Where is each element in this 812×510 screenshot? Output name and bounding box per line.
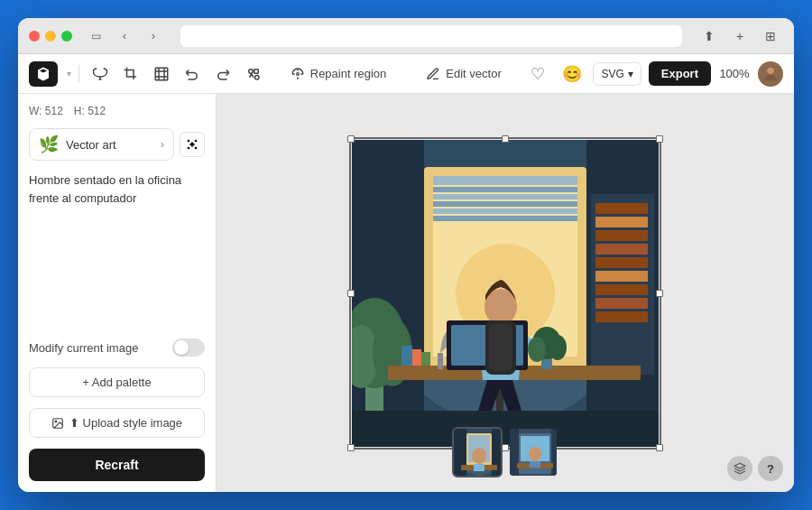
emoji-btn[interactable]: 😊: [558, 60, 586, 88]
edit-vector-icon: [426, 67, 440, 81]
share-btn[interactable]: ⬆: [697, 26, 722, 46]
add-palette-btn[interactable]: + Add palette: [29, 367, 205, 397]
main-content: W: 512 H: 512 🌿 Vector art › Hombre s: [18, 94, 794, 492]
svg-rect-32: [595, 271, 648, 282]
svg-rect-2: [254, 69, 259, 73]
logo-dropdown-arrow[interactable]: ▾: [67, 69, 71, 79]
help-btn[interactable]: ?: [758, 456, 783, 481]
edit-vector-btn[interactable]: Edit vector: [415, 61, 512, 87]
svg-rect-31: [595, 257, 648, 268]
svg-rect-30: [595, 244, 648, 255]
layers-btn[interactable]: [727, 456, 752, 481]
sidebar: W: 512 H: 512 🌿 Vector art › Hombre s: [18, 94, 217, 492]
spacer: [29, 218, 205, 328]
svg-point-4: [296, 72, 299, 75]
layers-icon: [734, 462, 746, 475]
format-dropdown[interactable]: SVG ▾: [593, 62, 641, 86]
office-svg: [352, 140, 659, 447]
svg-rect-54: [489, 324, 512, 371]
canvas-image[interactable]: [352, 140, 659, 447]
sidebar-toggle-btn[interactable]: ▭: [83, 26, 108, 46]
export-button[interactable]: Export: [649, 61, 711, 86]
style-icon: 🌿: [39, 134, 59, 154]
bottom-right-icons: ?: [727, 456, 783, 481]
svg-point-12: [55, 421, 57, 422]
thumbnail-1-image: [454, 429, 503, 478]
svg-rect-67: [474, 464, 484, 471]
modify-row: Modify current image: [29, 338, 205, 357]
repaint-region-btn[interactable]: Repaint region: [280, 61, 398, 87]
avatar-image: [761, 64, 780, 84]
svg-point-74: [529, 447, 541, 461]
svg-point-66: [472, 448, 486, 464]
modify-label: Modify current image: [29, 341, 138, 355]
add-palette-label: + Add palette: [82, 376, 151, 389]
svg-rect-75: [530, 461, 540, 468]
lasso-tool[interactable]: [87, 60, 114, 88]
divider-1: [78, 65, 79, 83]
upload-style-btn[interactable]: ⬆ Upload style image: [29, 408, 205, 438]
svg-rect-24: [352, 140, 424, 447]
svg-rect-22: [433, 216, 577, 221]
svg-point-51: [528, 337, 546, 362]
svg-rect-56: [412, 349, 421, 366]
repaint-label: Repaint region: [310, 67, 387, 80]
svg-rect-17: [433, 176, 577, 185]
svg-rect-20: [433, 201, 577, 207]
app-window: ▭ ‹ › ⬆ + ⊞ ▾: [18, 18, 794, 492]
svg-point-52: [549, 335, 567, 360]
recraft-btn[interactable]: Recraft: [29, 449, 205, 481]
format-label: SVG: [601, 68, 623, 80]
svg-rect-57: [421, 352, 430, 366]
svg-rect-33: [595, 284, 648, 295]
redo-btn[interactable]: [209, 60, 236, 88]
svg-point-8: [195, 140, 196, 141]
dropdown-arrow: ▾: [628, 68, 633, 80]
close-button[interactable]: [29, 31, 40, 42]
maximize-button[interactable]: [61, 31, 72, 42]
thumbnail-1[interactable]: [452, 427, 503, 478]
thumbnail-2[interactable]: [508, 427, 558, 478]
dimensions-row: W: 512 H: 512: [29, 105, 205, 117]
settings-icon: [185, 137, 199, 152]
svg-rect-21: [433, 209, 577, 214]
style-selector[interactable]: 🌿 Vector art ›: [29, 128, 174, 161]
svg-rect-72: [551, 429, 558, 478]
frame-tool[interactable]: [148, 60, 175, 88]
svg-point-9: [188, 147, 189, 148]
toolbar-right: ♡ 😊 SVG ▾ Export 100%: [524, 60, 783, 88]
thumbnails-row: [452, 427, 558, 478]
svg-rect-34: [595, 298, 648, 309]
new-tab-btn[interactable]: +: [727, 26, 752, 46]
minimize-button[interactable]: [45, 31, 56, 42]
svg-rect-35: [595, 311, 648, 322]
repaint-icon: [291, 67, 305, 81]
toolbar-center: Repaint region Edit vector: [271, 61, 521, 87]
image-container: [352, 140, 659, 447]
user-avatar[interactable]: [758, 61, 783, 87]
width-label: W: 512: [29, 105, 63, 117]
app-logo[interactable]: [29, 61, 58, 87]
style-settings-btn[interactable]: [180, 132, 205, 157]
zoom-level: 100%: [718, 67, 751, 80]
modify-toggle[interactable]: [172, 338, 205, 357]
crop-tool[interactable]: [117, 60, 144, 88]
svg-rect-71: [510, 429, 519, 478]
upload-icon: [51, 417, 64, 430]
svg-rect-19: [433, 194, 577, 199]
svg-rect-29: [595, 230, 648, 241]
undo-btn[interactable]: [179, 60, 206, 88]
style-row: 🌿 Vector art ›: [29, 128, 205, 161]
logo-icon: [35, 66, 51, 82]
edit-vector-label: Edit vector: [446, 67, 501, 80]
height-label: H: 512: [74, 105, 106, 117]
back-btn[interactable]: ‹: [112, 26, 137, 46]
forward-btn[interactable]: ›: [141, 26, 166, 46]
titlebar-actions: ⬆ + ⊞: [697, 26, 783, 46]
grid-btn[interactable]: ⊞: [758, 26, 783, 46]
object-tool[interactable]: [240, 60, 267, 88]
url-bar[interactable]: [180, 25, 682, 47]
svg-rect-28: [595, 217, 648, 227]
style-name: Vector art: [66, 138, 153, 152]
heart-btn[interactable]: ♡: [524, 60, 551, 88]
